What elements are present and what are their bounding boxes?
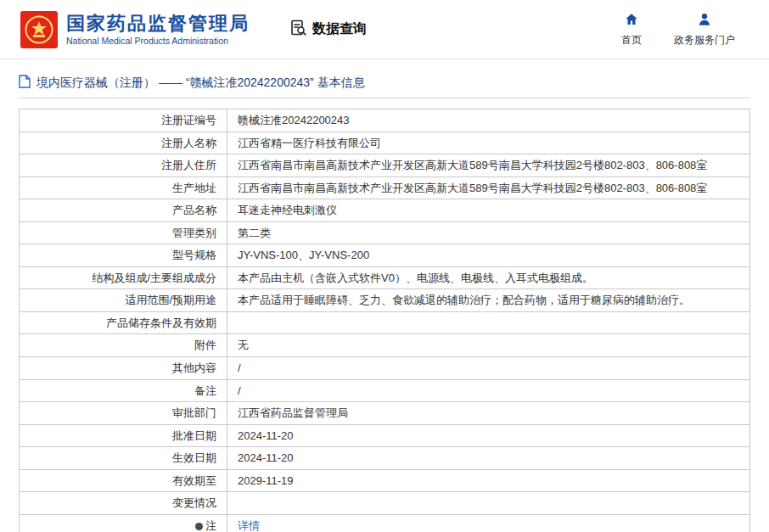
row-value: / (227, 379, 750, 402)
nav-portal-label: 政务服务门户 (674, 33, 735, 48)
table-row: 备注/ (20, 379, 750, 402)
header-nav: 首页 政务服务门户 (621, 12, 735, 48)
row-label: 批准日期 (20, 424, 227, 447)
row-label: 注册人名称 (20, 132, 227, 154)
note-icon (195, 523, 203, 530)
table-row: 型号规格JY-VNS-100、JY-VNS-200 (20, 244, 750, 267)
row-value (227, 311, 750, 334)
table-row-note: 注 详情 (20, 514, 750, 532)
row-value: 2029-11-19 (227, 469, 750, 492)
row-value: / (227, 357, 750, 380)
row-value: 详情 (227, 514, 750, 532)
row-value: 江西省药品监督管理局 (227, 402, 750, 425)
row-value: 耳迷走神经电刺激仪 (227, 199, 750, 222)
row-label: 注 (20, 514, 227, 532)
row-label: 附件 (20, 334, 227, 357)
row-value: 本产品由主机（含嵌入式软件V0）、电源线、电极线、入耳式电极组成。 (227, 266, 750, 289)
row-label: 产品名称 (20, 199, 227, 222)
row-label: 变更情况 (20, 492, 227, 515)
row-label: 有效期至 (20, 469, 227, 492)
data-query-button[interactable]: 数据查询 (290, 20, 367, 40)
row-label: 注册人住所 (20, 154, 227, 177)
row-value: 本产品适用于睡眠障碍、乏力、食欲减退的辅助治疗；配合药物，适用于糖尿病的辅助治疗… (227, 289, 750, 312)
row-value: 无 (227, 334, 750, 357)
table-row: 生产地址江西省南昌市南昌高新技术产业开发区高新大道589号南昌大学科技园2号楼8… (20, 176, 750, 199)
row-value: 2024-11-20 (227, 447, 750, 470)
row-label: 结构及组成/主要组成成分 (20, 266, 227, 289)
table-row: 产品名称耳迷走神经电刺激仪 (20, 199, 750, 222)
registration-info-table: 注册证编号赣械注准20242200243 注册人名称江西省精一医疗科技有限公司 … (19, 109, 750, 532)
table-row: 产品储存条件及有效期 (20, 311, 750, 334)
row-label: 注册证编号 (20, 109, 227, 132)
site-title: 国家药品监督管理局 (66, 13, 250, 34)
breadcrumb: 境内医疗器械（注册） —— “赣械注准20242200243” 基本信息 (19, 75, 750, 98)
table-row: 其他内容/ (20, 357, 750, 380)
row-value: 赣械注准20242200243 (227, 109, 750, 132)
detail-link[interactable]: 详情 (238, 519, 260, 532)
note-label: 注 (205, 519, 216, 532)
document-icon (19, 75, 31, 91)
main-content: 境内医疗器械（注册） —— “赣械注准20242200243” 基本信息 注册证… (0, 59, 769, 532)
table-row: 附件无 (20, 334, 750, 357)
row-label: 备注 (20, 379, 227, 402)
table-row: 有效期至2029-11-19 (20, 469, 750, 492)
table-row: 审批部门江西省药品监督管理局 (20, 402, 750, 425)
table-row: 批准日期2024-11-20 (20, 424, 750, 447)
row-label: 产品储存条件及有效期 (20, 311, 227, 334)
brand: 国家药品监督管理局 National Medical Products Admi… (20, 11, 250, 48)
row-value (227, 492, 750, 515)
nav-portal[interactable]: 政务服务门户 (674, 12, 735, 48)
row-label: 审批部门 (20, 402, 227, 425)
row-value: 江西省南昌市南昌高新技术产业开发区高新大道589号南昌大学科技园2号楼802-8… (227, 154, 750, 177)
row-label: 管理类别 (20, 221, 227, 244)
row-label: 生效日期 (20, 447, 227, 470)
site-header: 国家药品监督管理局 National Medical Products Admi… (0, 0, 769, 59)
site-subtitle: National Medical Products Administration (66, 36, 250, 46)
table-row: 适用范围/预期用途本产品适用于睡眠障碍、乏力、食欲减退的辅助治疗；配合药物，适用… (20, 289, 750, 312)
page-title: 境内医疗器械（注册） —— “赣械注准20242200243” 基本信息 (36, 76, 365, 91)
table-row: 注册证编号赣械注准20242200243 (20, 109, 750, 132)
row-label: 型号规格 (20, 244, 227, 267)
table-row: 生效日期2024-11-20 (20, 447, 750, 470)
table-row: 注册人名称江西省精一医疗科技有限公司 (20, 132, 750, 154)
row-value: 第二类 (227, 221, 750, 244)
brand-text: 国家药品监督管理局 National Medical Products Admi… (66, 13, 250, 46)
row-value: 2024-11-20 (227, 424, 750, 447)
row-value: 江西省南昌市南昌高新技术产业开发区高新大道589号南昌大学科技园2号楼802-8… (227, 176, 750, 199)
row-value: 江西省精一医疗科技有限公司 (227, 132, 750, 154)
nav-home[interactable]: 首页 (621, 12, 642, 48)
user-icon (697, 12, 712, 30)
row-label: 适用范围/预期用途 (20, 289, 227, 312)
nmpa-logo-icon (20, 11, 58, 48)
table-row: 结构及组成/主要组成成分本产品由主机（含嵌入式软件V0）、电源线、电极线、入耳式… (20, 266, 750, 289)
table-row: 注册人住所江西省南昌市南昌高新技术产业开发区高新大道589号南昌大学科技园2号楼… (20, 154, 750, 177)
data-query-icon (290, 20, 307, 40)
home-icon (624, 12, 639, 30)
row-label: 生产地址 (20, 176, 227, 199)
table-row: 管理类别第二类 (20, 221, 750, 244)
nav-home-label: 首页 (621, 33, 642, 48)
row-label: 其他内容 (20, 357, 227, 380)
data-query-label: 数据查询 (312, 20, 367, 38)
table-row: 变更情况 (20, 492, 750, 515)
row-value: JY-VNS-100、JY-VNS-200 (227, 244, 750, 267)
